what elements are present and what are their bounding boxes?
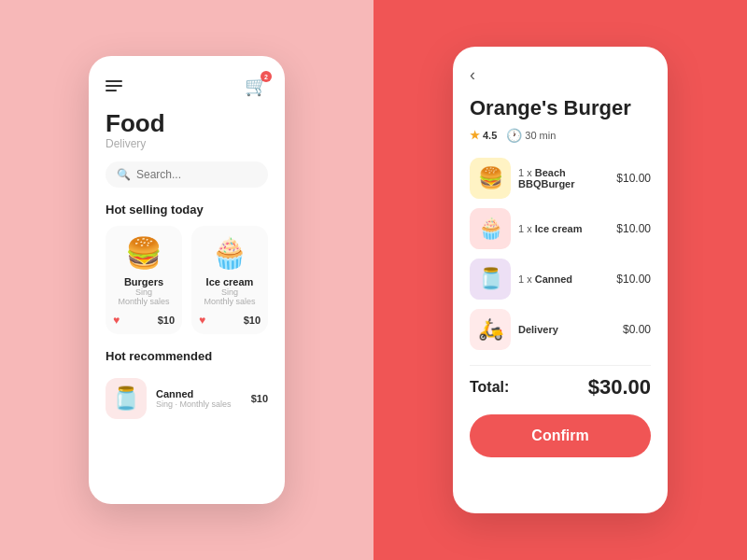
order-burger-icon: 🍔 bbox=[470, 158, 511, 199]
delivery-time: 30 min bbox=[525, 130, 556, 141]
order-canned-icon: 🫙 bbox=[470, 259, 511, 300]
icecream-brand: Sing Monthly sales bbox=[204, 287, 255, 306]
canned-name: Canned bbox=[156, 388, 242, 399]
order-items-list: 🍔 1 x Beach BBQBurger $10.00 🧁 1 x Ice c… bbox=[470, 158, 651, 350]
order-item-canned: 🫙 1 x Canned $10.00 bbox=[470, 259, 651, 300]
order-item-icecream: 🧁 1 x Ice cream $10.00 bbox=[470, 208, 651, 249]
star-rating: ★ 4.5 bbox=[470, 129, 497, 142]
back-button[interactable]: ‹ bbox=[470, 65, 651, 85]
top-bar: 🛒 2 bbox=[106, 75, 268, 97]
heart-icon[interactable]: ♥ bbox=[113, 314, 120, 327]
right-phone-card: ‹ Orange's Burger ★ 4.5 🕐 30 min 🍔 1 x B… bbox=[453, 47, 668, 513]
total-row: Total: $30.00 bbox=[470, 375, 651, 399]
total-amount: $30.00 bbox=[588, 375, 651, 399]
cart-badge: 2 bbox=[261, 71, 272, 82]
left-background: Take–out 🛒 2 Food Delivery 🔍 Hot selling… bbox=[0, 0, 374, 560]
confirm-button[interactable]: Confirm bbox=[470, 414, 651, 457]
order-delivery-icon: 🛵 bbox=[470, 309, 511, 350]
burger-price: $10 bbox=[158, 315, 175, 326]
order-burger-desc: 1 x Beach BBQBurger bbox=[518, 167, 609, 189]
food-card-burgers[interactable]: 🍔 Burgers Sing Monthly sales ♥ $10 bbox=[106, 226, 182, 334]
canned-info: Canned Sing · Monthly sales bbox=[156, 388, 242, 409]
burger-brand: Sing Monthly sales bbox=[118, 287, 169, 306]
divider bbox=[470, 365, 651, 366]
heart-icon-2[interactable]: ♥ bbox=[199, 314, 205, 327]
canned-icon-wrap: 🫙 bbox=[106, 378, 147, 419]
canned-emoji: 🫙 bbox=[112, 385, 140, 412]
burger-name: Burgers bbox=[124, 276, 163, 287]
search-icon: 🔍 bbox=[117, 168, 131, 181]
hot-section-title: Hot selling today bbox=[106, 203, 268, 217]
icecream-name: Ice cream bbox=[206, 276, 254, 287]
icecream-emoji: 🧁 bbox=[211, 235, 248, 271]
order-canned-desc: 1 x Canned bbox=[518, 273, 609, 285]
rating-value: 4.5 bbox=[483, 130, 497, 141]
cart-icon-wrap[interactable]: 🛒 2 bbox=[245, 75, 268, 97]
left-phone-card: 🛒 2 Food Delivery 🔍 Hot selling today 🍔 … bbox=[89, 56, 285, 504]
clock-icon: 🕐 bbox=[506, 128, 522, 143]
burger-bottom: ♥ $10 bbox=[113, 314, 175, 327]
canned-price: $10 bbox=[251, 393, 268, 404]
food-card-icecream[interactable]: 🧁 Ice cream Sing Monthly sales ♥ $10 bbox=[191, 226, 268, 334]
order-burger-price: $10.00 bbox=[616, 172, 651, 185]
menu-icon[interactable] bbox=[106, 80, 122, 91]
order-item-burger: 🍔 1 x Beach BBQBurger $10.00 bbox=[470, 158, 651, 199]
order-item-delivery: 🛵 Delivery $0.00 bbox=[470, 309, 651, 350]
total-label: Total: bbox=[470, 379, 509, 396]
order-icecream-icon: 🧁 bbox=[470, 208, 511, 249]
search-input[interactable] bbox=[136, 168, 257, 181]
delivery-time-badge: 🕐 30 min bbox=[506, 128, 556, 143]
icecream-bottom: ♥ $10 bbox=[199, 314, 261, 327]
order-icecream-price: $10.00 bbox=[616, 222, 651, 235]
search-bar[interactable]: 🔍 bbox=[106, 161, 268, 188]
page-title: Food bbox=[106, 110, 268, 137]
canned-brand: Sing · Monthly sales bbox=[156, 399, 242, 409]
order-canned-price: $10.00 bbox=[616, 273, 651, 286]
icecream-price: $10 bbox=[244, 315, 261, 326]
right-background: ‹ Orange's Burger ★ 4.5 🕐 30 min 🍔 1 x B… bbox=[374, 0, 747, 560]
burger-emoji: 🍔 bbox=[125, 235, 162, 271]
star-icon: ★ bbox=[470, 129, 480, 142]
hot-selling-grid: 🍔 Burgers Sing Monthly sales ♥ $10 🧁 Ice… bbox=[106, 226, 268, 334]
order-icecream-desc: 1 x Ice cream bbox=[518, 223, 609, 234]
recommended-item-canned[interactable]: 🫙 Canned Sing · Monthly sales $10 bbox=[106, 372, 268, 425]
order-delivery-price: $0.00 bbox=[623, 323, 651, 336]
page-subtitle: Delivery bbox=[106, 137, 268, 150]
restaurant-meta: ★ 4.5 🕐 30 min bbox=[470, 128, 651, 143]
order-delivery-desc: Delivery bbox=[518, 324, 615, 335]
restaurant-name: Orange's Burger bbox=[470, 96, 651, 120]
recommended-section-title: Hot recommended bbox=[106, 349, 268, 363]
